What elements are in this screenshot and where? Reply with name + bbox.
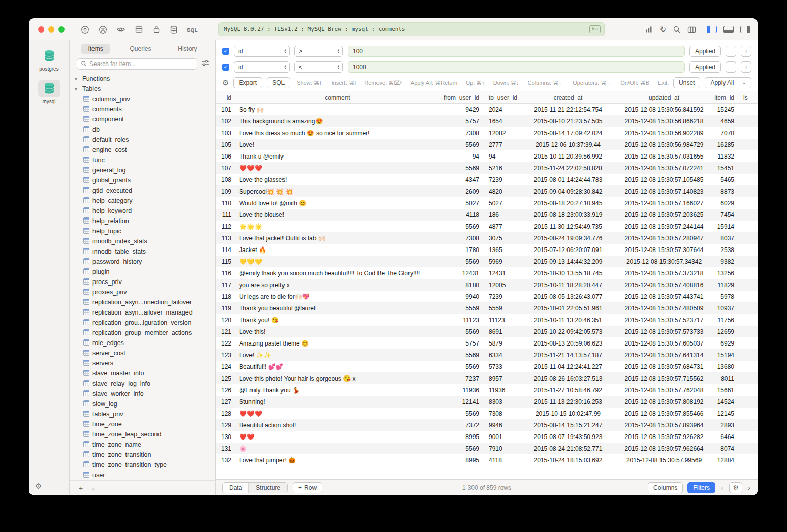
cell-item_id[interactable]: 6464: [712, 433, 739, 441]
cell-id[interactable]: 130: [216, 433, 235, 441]
close-window-button[interactable]: [38, 26, 44, 33]
table-row[interactable]: 112🌟🌟🌟556948772015-11-30 12:54:49.735201…: [216, 221, 758, 232]
sidebar-table-item[interactable]: slave_relay_log_info: [70, 379, 215, 389]
cell-updated_at[interactable]: 2015-12-08 15:30:57.280947: [616, 235, 712, 242]
cell-from_user_id[interactable]: 5757: [439, 340, 484, 347]
filter-enabled-checkbox[interactable]: ✓: [222, 48, 229, 55]
sidebar-table-item[interactable]: help_keyword: [70, 206, 215, 216]
cell-item_id[interactable]: 12884: [712, 457, 739, 464]
prev-page-icon[interactable]: ‹: [720, 483, 725, 492]
cell-from_user_id[interactable]: 5569: [439, 223, 484, 230]
cell-created_at[interactable]: 2015-08-18 20:27:10.945: [520, 200, 616, 207]
column-header-to-user-id[interactable]: to_user_id: [484, 94, 520, 101]
cell-id[interactable]: 105: [216, 141, 235, 148]
cell-id[interactable]: 128: [216, 410, 235, 417]
cell-to_user_id[interactable]: 8957: [484, 375, 520, 382]
sidebar-table-item[interactable]: plugin: [70, 267, 215, 277]
lock-icon[interactable]: [152, 25, 161, 34]
cell-from_user_id[interactable]: 5569: [439, 445, 484, 452]
cell-comment[interactable]: 🌸: [235, 445, 439, 452]
cell-from_user_id[interactable]: 11123: [439, 317, 484, 324]
cell-item_id[interactable]: 8873: [712, 188, 739, 195]
cell-created_at[interactable]: 2015-11-21 22:12:54.754: [520, 106, 616, 113]
disconnect-icon[interactable]: [99, 25, 107, 34]
cell-created_at[interactable]: 2015-10-01 22:05:51.961: [520, 305, 616, 312]
sidebar-table-item[interactable]: time_zone_transition_type: [70, 460, 215, 470]
table-row[interactable]: 114Jacket 🔥178013652015-07-12 06:20:07.0…: [216, 244, 758, 256]
table-row[interactable]: 132Love that jumper! 🎃899541182015-10-24…: [216, 454, 758, 466]
cell-created_at[interactable]: 2015-11-24 22:02:58.828: [520, 165, 616, 172]
cell-created_at[interactable]: 2015-08-07 19:43:50.923: [520, 433, 616, 441]
cell-item_id[interactable]: 4659: [712, 118, 739, 125]
cell-id[interactable]: 110: [216, 200, 235, 207]
cell-from_user_id[interactable]: 5569: [439, 410, 484, 417]
cell-updated_at[interactable]: 2015-12-08 15:30:57.072241: [616, 165, 712, 172]
cell-id[interactable]: 103: [216, 130, 235, 137]
filter-value-input[interactable]: [348, 46, 685, 57]
cell-comment[interactable]: 🌟🌟🌟: [235, 223, 439, 230]
cell-id[interactable]: 126: [216, 387, 235, 394]
columns-button[interactable]: Columns: [648, 482, 683, 493]
cell-created_at[interactable]: 2015-10-22 09:42:05.573: [520, 328, 616, 335]
page-settings-gear-icon[interactable]: ⚙: [729, 482, 742, 493]
cell-created_at[interactable]: 2015-10-24 18:15:03.692: [520, 457, 616, 464]
cell-updated_at[interactable]: 2015-12-08 15:30:57.684731: [616, 363, 712, 370]
sidebar-table-item[interactable]: time_zone_leap_second: [70, 429, 215, 440]
cell-id[interactable]: 120: [216, 317, 235, 324]
cell-updated_at[interactable]: 2015-12-08 15:30:57.762048: [616, 387, 712, 394]
table-row[interactable]: 103Love this dress so much 😍 so nice for…: [216, 127, 758, 139]
sidebar-table-item[interactable]: server_cost: [70, 348, 215, 358]
cell-item_id[interactable]: 8037: [712, 235, 739, 242]
cell-updated_at[interactable]: 2015-12-08 15:30:57.34342: [616, 258, 712, 265]
cell-from_user_id[interactable]: 7308: [439, 235, 484, 242]
cell-item_id[interactable]: 11829: [712, 281, 739, 289]
cell-to_user_id[interactable]: 2024: [484, 106, 520, 113]
cell-item_id[interactable]: 6929: [712, 340, 739, 347]
cell-from_user_id[interactable]: 7308: [439, 130, 484, 137]
column-header-from-user-id[interactable]: from_user_id: [439, 94, 484, 101]
cell-created_at[interactable]: 2015-11-13 22:30:16.253: [520, 398, 616, 405]
sidebar-table-item[interactable]: help_relation: [70, 216, 215, 226]
sidebar-table-item[interactable]: replication_group_member_actions: [70, 328, 215, 338]
cell-created_at[interactable]: 2015-09-04 09:28:30.842: [520, 188, 616, 195]
cell-created_at[interactable]: 2015-08-01 14:24:44.783: [520, 176, 616, 183]
sidebar-table-item[interactable]: time_zone_name: [70, 440, 215, 450]
eye-icon[interactable]: [116, 25, 125, 34]
sidebar-table-item[interactable]: tables_priv: [70, 409, 215, 419]
export-button[interactable]: Export: [233, 77, 262, 88]
cell-from_user_id[interactable]: 5569: [439, 258, 484, 265]
cell-to_user_id[interactable]: 1654: [484, 118, 520, 125]
cell-from_user_id[interactable]: 9429: [439, 106, 484, 113]
cell-comment[interactable]: ❤️❤️❤️: [235, 410, 439, 417]
sidebar-table-item[interactable]: columns_priv: [70, 94, 215, 104]
sql-editor-icon[interactable]: SQL: [187, 27, 198, 33]
cell-to_user_id[interactable]: 11936: [484, 387, 520, 394]
sidebar-table-item[interactable]: innodb_table_stats: [70, 246, 215, 257]
cell-comment[interactable]: Thank you beautiful @laurel: [235, 305, 439, 312]
sidebar-table-item[interactable]: comments: [70, 104, 215, 114]
sidebar-table-item[interactable]: slave_worker_info: [70, 389, 215, 399]
sidebar-table-item[interactable]: proxies_priv: [70, 287, 215, 297]
sidebar-table-item[interactable]: default_roles: [70, 135, 215, 145]
sidebar-table-item[interactable]: help_topic: [70, 226, 215, 236]
cell-from_user_id[interactable]: 8995: [439, 433, 484, 441]
cell-to_user_id[interactable]: 6334: [484, 352, 520, 359]
cell-updated_at[interactable]: 2015-12-08 15:30:57.140823: [616, 188, 712, 195]
cell-updated_at[interactable]: 2015-12-08 15:30:57.855466: [616, 410, 712, 417]
cell-id[interactable]: 114: [216, 246, 235, 254]
cell-created_at[interactable]: 2015-12-06 10:37:39.44: [520, 141, 616, 148]
table-row[interactable]: 125Love this photo! Your hair is gorgeou…: [216, 372, 758, 384]
cell-from_user_id[interactable]: 2609: [439, 188, 484, 195]
tab-data[interactable]: Data: [223, 483, 248, 493]
cell-to_user_id[interactable]: 4820: [484, 188, 520, 195]
table-row[interactable]: 111Love the blouse!41181862015-08-18 23:…: [216, 209, 758, 221]
unset-button[interactable]: Unset: [673, 77, 700, 88]
cell-comment[interactable]: Jacket 🔥: [235, 246, 439, 254]
cell-created_at[interactable]: 2015-10-30 13:55:18.745: [520, 270, 616, 277]
cell-item_id[interactable]: 5465: [712, 176, 739, 183]
cell-id[interactable]: 115: [216, 258, 235, 265]
cell-from_user_id[interactable]: 5569: [439, 363, 484, 370]
tab-structure[interactable]: Structure: [248, 483, 287, 493]
filter-tune-icon[interactable]: [201, 59, 209, 69]
filter-settings-gear-icon[interactable]: ⚙: [222, 78, 229, 87]
